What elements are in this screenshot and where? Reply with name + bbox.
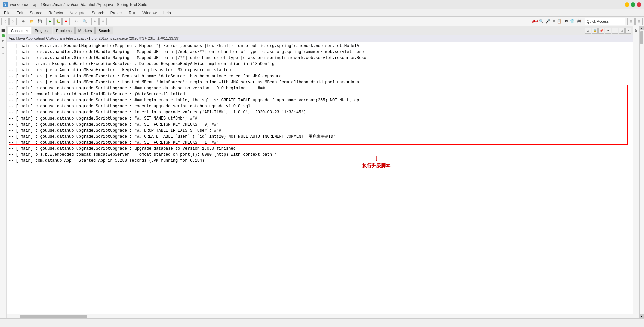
toolbar-redo-btn[interactable]: ↪ (99, 18, 107, 25)
bottom-scrollbar[interactable] (7, 314, 633, 318)
console-minimize-btn[interactable]: ─ (612, 28, 618, 34)
toolbar-layout-btn[interactable]: ⊟ (635, 18, 643, 25)
quick-access-box[interactable]: Quick Access (585, 18, 625, 25)
menu-edit[interactable]: Edit (14, 10, 26, 16)
log-line-16: -- [ main] c.gouuse.datahub.upgrade.Scri… (7, 134, 633, 140)
vertical-scrollbar[interactable]: ▲ ▼ (639, 26, 644, 318)
log-lines-container: -- [ main] s.w.s.m.m.a.RequestMappingHan… (7, 43, 633, 164)
log-area: -- [ main] s.w.s.m.m.a.RequestMappingHan… (7, 42, 633, 314)
log-line-1: -- [ main] s.w.s.m.m.a.RequestMappingHan… (7, 43, 633, 49)
scroll-up-btn[interactable]: ▲ (640, 26, 644, 30)
console-close-btn[interactable]: × (625, 28, 631, 34)
title-bar-text: workspace - api-i18n/src/main/java/com/d… (10, 2, 625, 7)
menu-file[interactable]: File (1, 10, 13, 16)
scrollbar-thumb-h[interactable] (20, 315, 87, 318)
console-panel: Console × Progress Problems Markers Sear… (7, 26, 633, 318)
tab-console-label: Console (11, 29, 24, 33)
maximize-button[interactable] (631, 2, 635, 7)
tab-markers-label: Markers (78, 29, 92, 33)
log-line-6: -- [ main] o.s.j.e.a.AnnotationMBeanExpo… (7, 73, 633, 79)
quick-access-label: Quick Access (587, 19, 609, 24)
console-maximize-btn[interactable]: □ (619, 28, 625, 34)
menu-refactor[interactable]: Refactor (46, 10, 66, 16)
toolbar-run-btn[interactable]: ▶ (46, 18, 54, 25)
toolbar-sep-1 (18, 18, 18, 25)
toolbar-search-btn[interactable]: 🔍 (81, 18, 88, 25)
log-line-20: -- [ main] com.datahub.App : Started App… (7, 158, 633, 164)
minimize-button[interactable] (625, 2, 629, 7)
log-line-13: -- [ main] c.gouuse.datahub.upgrade.Scri… (7, 115, 633, 122)
main-area: ⬛ ⊡ ⊞ ≡ Console × Progress Problems Mark… (0, 26, 644, 318)
toolbar-open-btn[interactable]: 📂 (28, 18, 35, 25)
log-line-14: -- [ main] c.gouuse.datahub.upgrade.Scri… (7, 122, 633, 128)
app-icon: S (3, 2, 8, 7)
app-header: App [Java Application] C:\Program Files\… (7, 35, 633, 42)
console-clear-btn[interactable]: ⊘ (585, 28, 591, 34)
tab-progress-label: Progress (35, 29, 49, 33)
toolbar-sep-4 (90, 18, 90, 25)
console-scroll-lock-btn[interactable]: 🔒 (592, 28, 598, 34)
tab-progress[interactable]: Progress (32, 27, 52, 34)
tab-search-label: Search (98, 29, 110, 33)
toolbar-save-btn[interactable]: 💾 (36, 18, 43, 25)
scrollbar-thumb-v[interactable] (640, 31, 643, 44)
console-options-btn[interactable]: ▾ (605, 28, 611, 34)
toolbar-stop-btn[interactable]: ■ (62, 18, 70, 25)
sougou-icon: S中 (532, 18, 538, 25)
tab-toolbar: ⊘ 🔒 📌 ▾ ─ □ × (585, 28, 631, 34)
log-line-8: -- [ main] c.gouuse.datahub.upgrade.Scri… (7, 85, 633, 91)
tab-markers[interactable]: Markers (75, 27, 95, 34)
log-line-2: -- [ main] o.s.w.s.handler.SimpleUrlHand… (7, 49, 633, 55)
green-indicator (2, 34, 5, 37)
menu-search[interactable]: Search (89, 10, 107, 16)
tab-problems[interactable]: Problems (53, 27, 74, 34)
menu-navigate[interactable]: Navigate (67, 10, 88, 16)
toolbar-fwd-btn[interactable]: ▷ (9, 18, 17, 25)
right-icons: Ju (633, 26, 639, 318)
toolbar-refresh-btn[interactable]: ↻ (73, 18, 80, 25)
sougou-controls: 🔍 🎤 ⌨ 📋 🖥 👕 🎮 (539, 19, 582, 24)
menu-source[interactable]: Source (27, 10, 45, 16)
log-line-9: -- [ main] com.alibaba.druid.pool.DruidD… (7, 91, 633, 97)
log-line-12: -- [ main] c.gouuse.datahub.upgrade.Scri… (7, 109, 633, 115)
log-line-17: -- [ main] c.gouuse.datahub.upgrade.Scri… (7, 140, 633, 146)
toolbar-debug-btn[interactable]: 🐛 (54, 18, 62, 25)
tab-console-close[interactable]: × (26, 29, 28, 33)
bottom-panel (0, 318, 644, 327)
bottom-panel-left (0, 319, 644, 327)
tab-problems-label: Problems (56, 29, 71, 33)
left-icons: ⬛ ⊡ ⊞ ≡ (0, 26, 7, 318)
log-line-18: -- [ main] c.gouuse.datahub.upgrade.Scri… (7, 146, 633, 152)
app-header-text: App [Java Application] C:\Program Files\… (9, 36, 179, 41)
left-icon-1[interactable]: ⬛ (1, 28, 6, 33)
log-line-10: -- [ main] c.gouuse.datahub.upgrade.Scri… (7, 97, 633, 103)
toolbar-sep-3 (71, 18, 71, 25)
sougou-toolbar: S中 🔍 🎤 ⌨ 📋 🖥 👕 🎮 (532, 18, 582, 25)
log-line-15: -- [ main] c.gouuse.datahub.upgrade.Scri… (7, 128, 633, 134)
menu-help[interactable]: Help (160, 10, 174, 16)
menu-run[interactable]: Run (126, 10, 139, 16)
tab-search[interactable]: Search (95, 27, 113, 34)
log-line-5: -- [ main] o.s.j.e.a.AnnotationMBeanExpo… (7, 67, 633, 73)
left-icon-3[interactable]: ⊞ (1, 45, 6, 50)
right-label-ju: Ju (634, 28, 639, 33)
toolbar-perspective-btn[interactable]: ⊞ (627, 18, 635, 25)
title-bar-controls (625, 2, 641, 7)
scroll-down-btn[interactable]: ▼ (640, 314, 644, 318)
toolbar-sep-2 (45, 18, 45, 25)
close-button[interactable] (637, 2, 641, 7)
menu-project[interactable]: Project (108, 10, 125, 16)
log-line-11: -- [ main] c.gouuse.datahub.upgrade.Scri… (7, 103, 633, 109)
log-line-3: -- [ main] o.s.w.s.handler.SimpleUrlHand… (7, 55, 633, 61)
toolbar: ◁ ▷ ⊕ 📂 💾 ▶ 🐛 ■ ↻ 🔍 ↩ ↪ S中 🔍 🎤 ⌨ 📋 🖥 👕 🎮… (0, 17, 644, 26)
toolbar-undo-btn[interactable]: ↩ (91, 18, 99, 25)
console-pin-btn[interactable]: 📌 (598, 28, 604, 34)
toolbar-back-btn[interactable]: ◁ (1, 18, 9, 25)
left-icon-2[interactable]: ⊡ (1, 38, 6, 44)
toolbar-new-btn[interactable]: ⊕ (20, 18, 27, 25)
menu-window[interactable]: Window (140, 10, 159, 16)
tab-console[interactable]: Console × (8, 27, 31, 34)
left-icon-4[interactable]: ≡ (1, 51, 6, 56)
log-line-7: -- [ main] o.s.j.e.a.AnnotationMBeanExpo… (7, 79, 633, 85)
log-line-19: -- [ main] o.s.b.w.embedded.tomcat.Tomca… (7, 152, 633, 158)
